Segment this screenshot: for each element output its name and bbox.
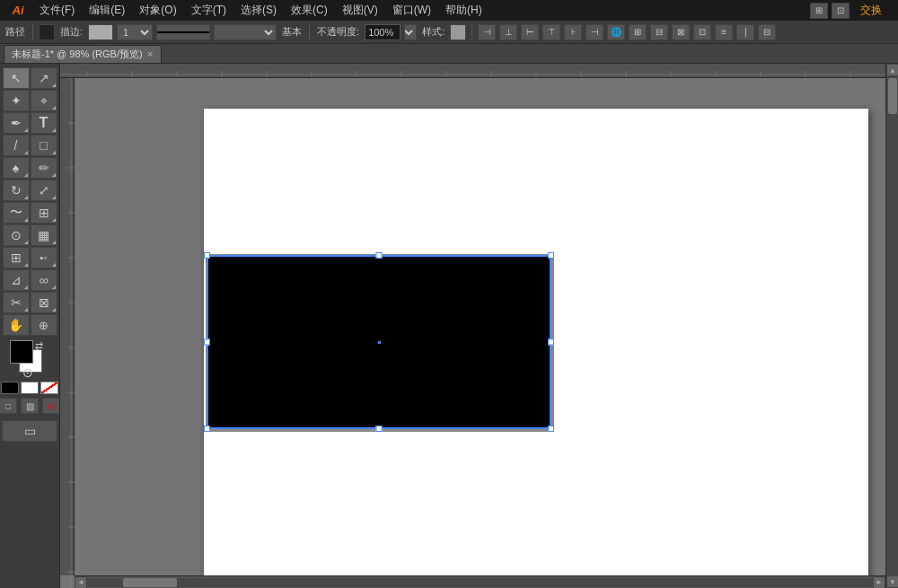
tool-row-3: ✒ T [3,112,57,134]
menu-file[interactable]: 文件(F) [32,0,82,21]
document-tab[interactable]: 未标题-1* @ 98% (RGB/预览) ✕ [4,45,162,63]
menu-view[interactable]: 视图(V) [335,0,385,21]
eyedropper-tool[interactable]: ⊿ [3,269,30,291]
foreground-color-swatch[interactable] [10,340,33,364]
handle-top-left[interactable] [204,252,210,259]
stroke-color[interactable] [88,24,113,40]
reset-colors-icon[interactable]: ⊙ [22,365,35,378]
tool-4[interactable]: ⊡ [693,24,711,40]
hand-tool[interactable]: ✋ [3,314,30,336]
fill-mode-icon[interactable]: □ [0,398,17,414]
scale-tool[interactable]: ⤢ [31,180,57,201]
canvas-area[interactable]: ▲ ▼ ◄ ► [60,64,898,588]
rotate-tool[interactable]: ↻ [3,180,30,201]
handle-middle-left[interactable] [204,339,210,346]
screen-mode-btn[interactable]: ▭ [2,420,57,442]
screen-mode-symbol: ▭ [24,424,36,438]
tool-5[interactable]: ≡ [715,24,733,40]
vertical-scrollbar[interactable]: ▲ ▼ [885,64,898,588]
scroll-down-btn[interactable]: ▼ [886,575,898,588]
stroke-line-preview[interactable] [156,24,210,40]
handle-bottom-middle[interactable] [376,426,383,432]
tool-1[interactable]: ⊞ [629,24,647,40]
scroll-up-btn[interactable]: ▲ [886,64,898,76]
opacity-dropdown[interactable]: ▾ [404,24,417,40]
tool-6[interactable]: | [736,24,754,40]
swap-colors-icon[interactable]: ⇄ [35,340,48,353]
handle-bottom-left[interactable] [204,426,210,432]
graph-tool[interactable]: ▦ [31,224,57,246]
symbol-tool[interactable]: ⊙ [3,224,30,246]
h-scroll-track[interactable] [87,578,873,587]
screen-mode-icon[interactable]: ▭ [2,420,57,442]
scroll-track[interactable] [886,76,898,575]
black-swatch[interactable] [1,382,19,394]
handle-top-middle[interactable] [376,252,383,259]
handle-top-right[interactable] [548,252,554,259]
arrange-icon[interactable]: ⊞ [810,3,828,19]
bridge-icon[interactable]: ⊡ [832,3,850,19]
brush-definition-select[interactable] [214,24,277,40]
menu-edit[interactable]: 编辑(E) [82,0,132,21]
align-center-h-icon[interactable]: ⊥ [499,24,517,40]
direct-selection-icon: ↗ [39,71,49,85]
doc-tab-close[interactable]: ✕ [146,49,154,59]
warp-icon: 〜 [10,205,22,221]
scroll-thumb[interactable] [888,78,897,114]
align-bottom-icon[interactable]: ⊣ [585,24,603,40]
gradient-tool[interactable]: ▪▫ [31,247,57,268]
align-top-icon[interactable]: ⊤ [542,24,560,40]
blend-tool[interactable]: ∞ [31,269,57,291]
align-center-v-icon[interactable]: ⊦ [564,24,582,40]
scissors-tool[interactable]: ✂ [3,292,30,313]
menu-help[interactable]: 帮助(H) [438,0,489,21]
horizontal-scrollbar[interactable]: ◄ ► [75,575,885,588]
gradient-mode-icon[interactable]: ▨ [21,398,39,414]
type-tool[interactable]: T [31,112,57,134]
direct-selection-tool[interactable]: ↗ [31,67,57,89]
opacity-input[interactable] [365,24,401,40]
pen-tool[interactable]: ✒ [3,112,30,134]
handle-bottom-right[interactable] [548,426,554,432]
free-transform-tool[interactable]: ⊞ [31,202,57,224]
style-color[interactable] [450,24,466,40]
paintbrush-tool[interactable]: ♠ [3,157,30,179]
align-right-icon[interactable]: ⊢ [521,24,539,40]
opacity-label: 不透明度: [315,25,361,39]
zoom-icon: ⊕ [39,319,48,332]
menu-window[interactable]: 窗口(W) [385,0,438,21]
lasso-icon: ⌖ [40,93,48,109]
selection-tool[interactable]: ↖ [3,67,30,89]
none-swatch[interactable] [40,382,58,394]
magic-wand-tool[interactable]: ✦ [3,90,30,111]
h-scroll-thumb[interactable] [123,578,177,587]
menu-effect[interactable]: 效果(C) [284,0,335,21]
pencil-tool[interactable]: ✏ [31,157,57,179]
exchange-label[interactable]: 交换 [853,0,889,21]
zoom-tool[interactable]: ⊕ [31,314,57,336]
tool-2[interactable]: ⊟ [650,24,668,40]
none-mode-icon[interactable]: ⊘ [42,398,60,414]
tool-3[interactable]: ⊠ [672,24,690,40]
scroll-right-btn[interactable]: ► [873,576,885,589]
white-swatch[interactable] [21,382,39,394]
menu-text[interactable]: 文字(T) [184,0,233,21]
fill-color[interactable] [39,24,55,40]
mesh-tool[interactable]: ⊞ [3,247,30,268]
eraser-tool[interactable]: ⊠ [31,292,57,313]
align-left-icon[interactable]: ⊣ [478,24,496,40]
graph-icon: ▦ [38,228,49,242]
line-tool[interactable]: / [3,135,30,156]
rectangle-tool[interactable]: □ [31,135,57,156]
stroke-weight-select[interactable]: 1 [117,24,153,40]
menu-select[interactable]: 选择(S) [233,0,284,21]
globe-icon[interactable]: 🌐 [607,24,625,40]
selected-rect-container[interactable] [208,257,550,427]
warp-tool[interactable]: 〜 [3,202,30,224]
lasso-tool[interactable]: ⌖ [31,90,57,111]
handle-middle-right[interactable] [548,339,554,346]
scroll-left-btn[interactable]: ◄ [75,576,87,589]
tool-row-11: ✂ ⊠ [3,292,57,313]
tool-7[interactable]: ⊟ [758,24,776,40]
menu-object[interactable]: 对象(O) [132,0,183,21]
